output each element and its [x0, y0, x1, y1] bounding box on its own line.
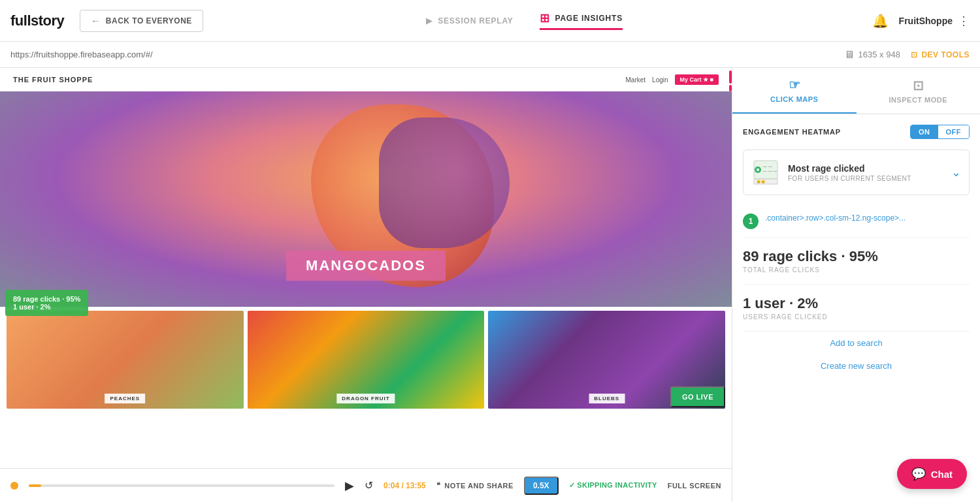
- quote-icon: ❝: [436, 481, 441, 490]
- resolution-text: 1635 x 948: [858, 50, 900, 59]
- toggle-on-button[interactable]: ON: [911, 125, 938, 138]
- rage-click-tooltip: 89 rage clicks · 95% 1 user · 2%: [5, 290, 88, 316]
- dev-tools-button[interactable]: ⊡ DEV TOOLS: [911, 50, 970, 59]
- dragon-fruit-card[interactable]: DRAGON FRUIT: [248, 311, 485, 409]
- rage-tooltip-line1: 89 rage clicks · 95%: [13, 295, 80, 303]
- inspect-mode-label: INSPECT MODE: [889, 96, 947, 104]
- rage-clicks-label: TOTAL RAGE CLICKS: [743, 266, 970, 274]
- user-stat: 1 user · 2%: [743, 295, 970, 312]
- selector-badge: 1: [743, 213, 759, 229]
- scroll-indicator-2: [729, 85, 732, 91]
- heatmap-header: ENGAGEMENT HEATMAP ON OFF: [743, 125, 970, 139]
- user-label: USERS RAGE CLICKED: [743, 313, 970, 321]
- rage-title: Most rage clicked: [788, 163, 943, 174]
- note-and-share-button[interactable]: ❝ NOTE AND SHARE: [436, 481, 514, 490]
- selector-item[interactable]: 1 .container>.row>.col-sm-12.ng-scope>..…: [743, 206, 970, 238]
- player-bar: ▶ ↺ 0:04 / 13:55 ❝ NOTE AND SHARE 0.5X ✓…: [0, 468, 732, 502]
- add-to-search-link[interactable]: Add to search: [743, 332, 970, 354]
- rage-clicks-stat-block: 89 rage clicks · 95% TOTAL RAGE CLICKS: [743, 238, 970, 285]
- more-options-icon[interactable]: ⋮: [958, 14, 970, 28]
- hero-fruit-shape-2: [379, 118, 510, 248]
- user-name: FruitShoppe: [899, 16, 953, 26]
- click-maps-icon: ☞: [789, 77, 801, 93]
- scroll-indicators: [727, 68, 732, 468]
- click-maps-tab[interactable]: ☞ CLICK MAPS: [732, 68, 857, 114]
- monitor-icon: 🖥: [844, 49, 855, 61]
- url-display: https://fruitshoppe.firebaseapp.com/#/: [10, 50, 844, 59]
- bluebs-label: BLUEBS: [589, 394, 625, 403]
- back-to-everyone-button[interactable]: ← BACK TO EVERYONE: [80, 10, 203, 32]
- svg-point-2: [757, 168, 759, 171]
- chat-bubble-icon: 💬: [911, 467, 926, 481]
- selector-code: .container>.row>.col-sm-12.ng-scope>...: [765, 213, 906, 223]
- go-live-button[interactable]: GO LIVE: [670, 386, 725, 407]
- user-stat-block: 1 user · 2% USERS RAGE CLICKED: [743, 285, 970, 332]
- rage-subtitle: FOR USERS IN CURRENT SEGMENT: [788, 175, 943, 182]
- dragon-label: DRAGON FRUIT: [336, 394, 395, 403]
- notifications-bell-icon[interactable]: 🔔: [872, 13, 889, 29]
- skip-back-button[interactable]: ↺: [365, 479, 373, 492]
- fruit-shoppe-nav: Market Login My Cart ★ ■: [626, 74, 719, 85]
- playhead-dot: [10, 482, 18, 490]
- cart-button[interactable]: My Cart ★ ■: [675, 74, 719, 85]
- peaches-card[interactable]: PEACHES: [7, 311, 244, 409]
- panel-tabs: ☞ CLICK MAPS ⊡ INSPECT MODE: [732, 68, 980, 114]
- resolution-display: 🖥 1635 x 948: [844, 49, 900, 61]
- play-button[interactable]: ▶: [345, 478, 354, 493]
- note-label: NOTE AND SHARE: [444, 482, 514, 490]
- timeline[interactable]: [29, 484, 335, 487]
- play-icon: ▶: [426, 16, 433, 25]
- scroll-indicator-1: [729, 71, 732, 84]
- dev-tools-icon: ⊡: [911, 50, 918, 59]
- inspect-mode-tab[interactable]: ⊡ INSPECT MODE: [857, 68, 981, 114]
- total-time: 13:55: [406, 481, 426, 490]
- svg-text:— — —: — — —: [763, 169, 777, 173]
- peaches-label: PEACHES: [105, 394, 145, 403]
- market-link[interactable]: Market: [626, 76, 646, 84]
- fruit-shoppe-title: THE FRUIT SHOPPE: [13, 76, 93, 84]
- rage-chevron-icon: ⌄: [951, 165, 961, 180]
- fruit-grid: PEACHES DRAGON FRUIT BLUEBS GO LIVE: [0, 307, 732, 413]
- top-nav: fullstory ← BACK TO EVERYONE ▶ SESSION R…: [0, 0, 980, 42]
- logo: fullstory: [10, 12, 64, 29]
- url-bar: https://fruitshoppe.firebaseapp.com/#/ 🖥…: [0, 42, 980, 68]
- page-insights-icon: ⊞: [540, 11, 550, 25]
- main-area: THE FRUIT SHOPPE Market Login My Cart ★ …: [0, 68, 980, 502]
- svg-text:😠 😠: 😠 😠: [757, 180, 766, 184]
- back-label: BACK TO EVERYONE: [106, 16, 192, 25]
- preview-content: THE FRUIT SHOPPE Market Login My Cart ★ …: [0, 68, 732, 468]
- rage-click-dropdown[interactable]: — — — — — 😠 😠 Most rage clicked FOR USER…: [743, 149, 970, 195]
- rage-clicks-stat: 89 rage clicks · 95%: [743, 248, 970, 265]
- rage-click-icon: — — — — — 😠 😠: [751, 158, 780, 187]
- page-insights-tab[interactable]: ⊞ PAGE INSIGHTS: [540, 11, 623, 30]
- create-new-search-link[interactable]: Create new search: [743, 354, 970, 377]
- chat-label: Chat: [931, 469, 953, 480]
- toggle-off-button[interactable]: OFF: [938, 125, 970, 138]
- panel-body: ENGAGEMENT HEATMAP ON OFF — — — — —: [732, 114, 980, 502]
- back-arrow-icon: ←: [91, 16, 101, 26]
- heatmap-toggle[interactable]: ON OFF: [910, 125, 970, 139]
- dev-tools-label: DEV TOOLS: [921, 50, 970, 59]
- player-time: 0:04 / 13:55: [384, 481, 426, 490]
- current-time: 0:04: [384, 481, 399, 490]
- fullscreen-button[interactable]: FULL SCREEN: [668, 482, 721, 490]
- page-preview: THE FRUIT SHOPPE Market Login My Cart ★ …: [0, 68, 732, 502]
- session-replay-label: SESSION REPLAY: [438, 16, 513, 25]
- heatmap-title: ENGAGEMENT HEATMAP: [743, 128, 841, 136]
- login-link[interactable]: Login: [652, 76, 668, 84]
- session-replay-tab[interactable]: ▶ SESSION REPLAY: [426, 16, 513, 25]
- user-menu[interactable]: FruitShoppe: [899, 16, 953, 26]
- inspect-mode-icon: ⊡: [913, 78, 924, 93]
- hero-section: MANGOCADOS: [0, 91, 732, 307]
- hero-text: MANGOCADOS: [286, 251, 446, 281]
- skip-inactivity-toggle[interactable]: ✓ SKIPPING INACTIVITY: [569, 481, 657, 490]
- page-insights-label: PAGE INSIGHTS: [555, 14, 623, 23]
- fruit-shoppe-page: THE FRUIT SHOPPE Market Login My Cart ★ …: [0, 68, 732, 468]
- rage-tooltip-line2: 1 user · 2%: [13, 303, 80, 311]
- speed-button[interactable]: 0.5X: [524, 477, 559, 495]
- click-maps-label: CLICK MAPS: [770, 95, 818, 103]
- right-panel: ☞ CLICK MAPS ⊡ INSPECT MODE ENGAGEMENT H…: [732, 68, 980, 502]
- chat-button[interactable]: 💬 Chat: [897, 459, 967, 489]
- timeline-fill: [29, 484, 41, 487]
- fruit-shoppe-header: THE FRUIT SHOPPE Market Login My Cart ★ …: [0, 68, 732, 91]
